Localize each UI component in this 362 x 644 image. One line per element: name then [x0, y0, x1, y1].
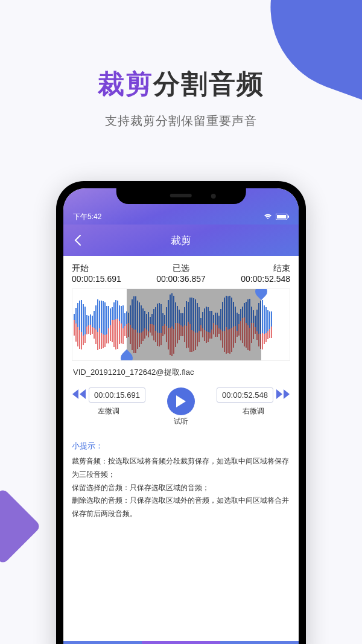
end-value: 00:00:52.548	[241, 274, 290, 284]
selected-value: 00:00:36.857	[156, 274, 206, 284]
headline-accent: 裁剪	[98, 69, 153, 98]
playback-controls-row: 00:00:15.691 左微调 试听 00:00:52.548	[72, 387, 290, 427]
keep-selection-button[interactable]: 保留选取的音频	[220, 641, 299, 644]
play-button[interactable]	[167, 387, 195, 415]
crop-audio-button[interactable]: 裁剪音频	[142, 641, 220, 644]
phone-notch	[116, 188, 246, 204]
wifi-icon	[264, 214, 272, 220]
waveform-display[interactable]	[72, 289, 290, 361]
tips-line-2: 保留选择的音频：只保存选取区域的音频；	[72, 482, 290, 495]
svg-rect-1	[277, 215, 286, 218]
bg-decoration-left	[0, 488, 42, 564]
tips-title: 小提示：	[72, 439, 290, 453]
rewind-icon	[72, 388, 86, 400]
filename-label: VID_20191210_172642@提取.flac	[73, 367, 290, 378]
svg-rect-2	[288, 215, 289, 218]
bottom-action-bar: 删除选取的音频 裁剪音频 保留选取的音频	[63, 641, 299, 644]
rewind-button[interactable]	[72, 388, 86, 403]
phone-frame: 下午5:42 裁剪 开始 00:00:15.691 已选 00:00:36.85…	[56, 181, 306, 644]
selected-label: 已选	[156, 263, 206, 274]
right-time-input[interactable]: 00:00:52.548	[217, 387, 273, 403]
status-icons	[264, 214, 289, 220]
play-label: 试听	[174, 416, 188, 427]
right-fine-tune-group: 00:00:52.548 右微调	[217, 387, 290, 416]
time-display-row: 开始 00:00:15.691 已选 00:00:36.857 结束 00:00…	[72, 263, 290, 284]
status-time: 下午5:42	[73, 212, 101, 222]
content-area: 开始 00:00:15.691 已选 00:00:36.857 结束 00:00…	[63, 256, 299, 520]
back-icon	[74, 234, 81, 246]
tips-section: 小提示： 裁剪音频：按选取区域将音频分段裁剪保存，如选取中间区域将保存为三段音频…	[72, 439, 290, 520]
left-fine-tune-label: 左微调	[98, 406, 119, 416]
tips-line-1: 裁剪音频：按选取区域将音频分段裁剪保存，如选取中间区域将保存为三段音频；	[72, 455, 290, 481]
selection-overlay[interactable]	[127, 289, 261, 360]
start-value: 00:00:15.691	[72, 274, 121, 284]
forward-button[interactable]	[276, 388, 290, 403]
play-icon	[175, 395, 187, 408]
phone-screen: 下午5:42 裁剪 开始 00:00:15.691 已选 00:00:36.85…	[63, 188, 299, 644]
right-fine-tune-label: 右微调	[243, 406, 264, 416]
selected-time-column: 已选 00:00:36.857	[156, 263, 206, 284]
delete-selection-button[interactable]: 删除选取的音频	[63, 641, 142, 644]
battery-icon	[276, 214, 289, 220]
end-time-column: 结束 00:00:52.548	[241, 263, 290, 284]
play-group: 试听	[167, 387, 195, 427]
end-label: 结束	[241, 263, 290, 274]
left-fine-tune-group: 00:00:15.691 左微调	[72, 387, 145, 416]
subtitle: 支持裁剪分割保留重要声音	[0, 113, 362, 129]
start-label: 开始	[72, 263, 121, 274]
nav-bar: 裁剪	[63, 225, 299, 256]
back-button[interactable]	[63, 234, 92, 246]
tips-line-3: 删除选取的音频：只保存选取区域外的音频，如选取中间区域将合并保存前后两段音频。	[72, 494, 290, 520]
forward-icon	[276, 388, 290, 400]
start-time-column: 开始 00:00:15.691	[72, 263, 121, 284]
nav-title: 裁剪	[171, 234, 191, 247]
headline-rest: 分割音频	[153, 69, 264, 98]
left-time-input[interactable]: 00:00:15.691	[89, 387, 145, 403]
